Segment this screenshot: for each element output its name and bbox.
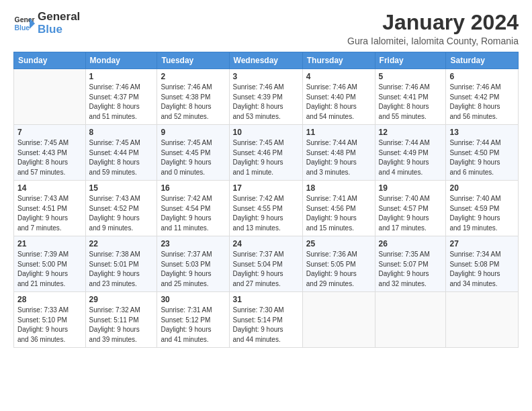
calendar-cell: 10Sunrise: 7:45 AM Sunset: 4:46 PM Dayli… <box>229 125 302 181</box>
day-number: 13 <box>449 128 515 137</box>
page: General Blue General Blue January 2024 G… <box>0 0 532 411</box>
day-number: 23 <box>161 239 225 248</box>
calendar-cell: 1Sunrise: 7:46 AM Sunset: 4:37 PM Daylig… <box>85 69 157 125</box>
calendar-cell: 16Sunrise: 7:42 AM Sunset: 4:54 PM Dayli… <box>157 181 229 236</box>
day-number: 8 <box>89 128 154 137</box>
calendar-cell: 9Sunrise: 7:45 AM Sunset: 4:45 PM Daylig… <box>157 125 229 181</box>
calendar-cell: 21Sunrise: 7:39 AM Sunset: 5:00 PM Dayli… <box>14 236 86 292</box>
calendar-cell: 23Sunrise: 7:37 AM Sunset: 5:03 PM Dayli… <box>157 236 229 292</box>
day-number: 28 <box>17 295 82 304</box>
day-info: Sunrise: 7:34 AM Sunset: 5:08 PM Dayligh… <box>449 250 515 289</box>
day-number: 14 <box>17 183 82 193</box>
calendar-week-1: 1Sunrise: 7:46 AM Sunset: 4:37 PM Daylig… <box>14 69 519 125</box>
day-info: Sunrise: 7:46 AM Sunset: 4:40 PM Dayligh… <box>306 83 371 122</box>
day-info: Sunrise: 7:38 AM Sunset: 5:01 PM Dayligh… <box>89 250 154 289</box>
day-info: Sunrise: 7:45 AM Sunset: 4:45 PM Dayligh… <box>161 138 225 177</box>
day-info: Sunrise: 7:46 AM Sunset: 4:38 PM Dayligh… <box>161 83 225 122</box>
calendar-cell: 6Sunrise: 7:46 AM Sunset: 4:42 PM Daylig… <box>446 69 519 125</box>
header: General Blue General Blue January 2024 G… <box>13 11 519 46</box>
day-info: Sunrise: 7:35 AM Sunset: 5:07 PM Dayligh… <box>379 250 443 289</box>
calendar-cell: 31Sunrise: 7:30 AM Sunset: 5:14 PM Dayli… <box>229 292 302 348</box>
day-number: 31 <box>233 295 299 304</box>
day-number: 22 <box>89 239 154 248</box>
day-number: 21 <box>17 239 82 248</box>
main-title: January 2024 <box>347 11 519 34</box>
day-info: Sunrise: 7:41 AM Sunset: 4:56 PM Dayligh… <box>306 194 371 233</box>
day-number: 24 <box>233 239 299 248</box>
calendar-cell: 30Sunrise: 7:31 AM Sunset: 5:12 PM Dayli… <box>157 292 229 348</box>
calendar-cell: 5Sunrise: 7:46 AM Sunset: 4:41 PM Daylig… <box>375 69 446 125</box>
calendar-table: SundayMondayTuesdayWednesdayThursdayFrid… <box>13 52 519 348</box>
calendar-week-5: 28Sunrise: 7:33 AM Sunset: 5:10 PM Dayli… <box>14 292 519 348</box>
calendar-cell: 28Sunrise: 7:33 AM Sunset: 5:10 PM Dayli… <box>14 292 86 348</box>
day-number: 7 <box>17 128 82 137</box>
subtitle: Gura Ialomitei, Ialomita County, Romania <box>347 36 519 46</box>
day-number: 19 <box>379 183 443 193</box>
day-info: Sunrise: 7:45 AM Sunset: 4:43 PM Dayligh… <box>17 138 82 177</box>
day-number: 17 <box>233 183 299 193</box>
logo: General Blue General Blue <box>13 11 80 36</box>
day-info: Sunrise: 7:33 AM Sunset: 5:10 PM Dayligh… <box>17 306 82 345</box>
calendar-cell: 18Sunrise: 7:41 AM Sunset: 4:56 PM Dayli… <box>302 181 375 236</box>
calendar-week-2: 7Sunrise: 7:45 AM Sunset: 4:43 PM Daylig… <box>14 125 519 181</box>
title-section: January 2024 Gura Ialomitei, Ialomita Co… <box>347 11 519 46</box>
calendar-week-4: 21Sunrise: 7:39 AM Sunset: 5:00 PM Dayli… <box>14 236 519 292</box>
calendar-cell: 4Sunrise: 7:46 AM Sunset: 4:40 PM Daylig… <box>302 69 375 125</box>
calendar-cell: 15Sunrise: 7:43 AM Sunset: 4:52 PM Dayli… <box>85 181 157 236</box>
day-number: 6 <box>449 72 515 81</box>
day-number: 9 <box>161 128 225 137</box>
calendar-header-wednesday: Wednesday <box>229 52 302 69</box>
day-number: 20 <box>449 183 515 193</box>
day-info: Sunrise: 7:44 AM Sunset: 4:50 PM Dayligh… <box>449 138 515 177</box>
calendar-header-friday: Friday <box>375 52 446 69</box>
day-info: Sunrise: 7:46 AM Sunset: 4:41 PM Dayligh… <box>379 83 443 122</box>
day-info: Sunrise: 7:42 AM Sunset: 4:54 PM Dayligh… <box>161 194 225 233</box>
day-info: Sunrise: 7:42 AM Sunset: 4:55 PM Dayligh… <box>233 194 299 233</box>
day-info: Sunrise: 7:37 AM Sunset: 5:04 PM Dayligh… <box>233 250 299 289</box>
day-info: Sunrise: 7:43 AM Sunset: 4:52 PM Dayligh… <box>89 194 154 233</box>
day-number: 18 <box>306 183 371 193</box>
logo-blue: Blue <box>38 24 80 36</box>
calendar-cell <box>14 69 86 125</box>
day-number: 29 <box>89 295 154 304</box>
calendar-cell: 11Sunrise: 7:44 AM Sunset: 4:48 PM Dayli… <box>302 125 375 181</box>
day-info: Sunrise: 7:39 AM Sunset: 5:00 PM Dayligh… <box>17 250 82 289</box>
day-info: Sunrise: 7:37 AM Sunset: 5:03 PM Dayligh… <box>161 250 225 289</box>
calendar-cell: 8Sunrise: 7:45 AM Sunset: 4:44 PM Daylig… <box>85 125 157 181</box>
calendar-cell: 26Sunrise: 7:35 AM Sunset: 5:07 PM Dayli… <box>375 236 446 292</box>
calendar-cell: 20Sunrise: 7:40 AM Sunset: 4:59 PM Dayli… <box>446 181 519 236</box>
calendar-cell: 7Sunrise: 7:45 AM Sunset: 4:43 PM Daylig… <box>14 125 86 181</box>
day-number: 16 <box>161 183 225 193</box>
day-number: 4 <box>306 72 371 81</box>
day-number: 26 <box>379 239 443 248</box>
day-info: Sunrise: 7:46 AM Sunset: 4:42 PM Dayligh… <box>449 83 515 122</box>
calendar-cell <box>375 292 446 348</box>
calendar-header-saturday: Saturday <box>446 52 519 69</box>
day-info: Sunrise: 7:44 AM Sunset: 4:49 PM Dayligh… <box>379 138 443 177</box>
calendar-header-monday: Monday <box>85 52 157 69</box>
calendar-cell <box>446 292 519 348</box>
calendar-cell: 2Sunrise: 7:46 AM Sunset: 4:38 PM Daylig… <box>157 69 229 125</box>
day-number: 10 <box>233 128 299 137</box>
calendar-cell: 27Sunrise: 7:34 AM Sunset: 5:08 PM Dayli… <box>446 236 519 292</box>
day-info: Sunrise: 7:46 AM Sunset: 4:37 PM Dayligh… <box>89 83 154 122</box>
day-info: Sunrise: 7:45 AM Sunset: 4:44 PM Dayligh… <box>89 138 154 177</box>
day-number: 27 <box>449 239 515 248</box>
calendar-cell: 19Sunrise: 7:40 AM Sunset: 4:57 PM Dayli… <box>375 181 446 236</box>
day-info: Sunrise: 7:31 AM Sunset: 5:12 PM Dayligh… <box>161 306 225 345</box>
logo-general: General <box>38 11 80 24</box>
day-info: Sunrise: 7:32 AM Sunset: 5:11 PM Dayligh… <box>89 306 154 345</box>
calendar-cell: 12Sunrise: 7:44 AM Sunset: 4:49 PM Dayli… <box>375 125 446 181</box>
day-number: 15 <box>89 183 154 193</box>
calendar-header-thursday: Thursday <box>302 52 375 69</box>
day-number: 25 <box>306 239 371 248</box>
day-number: 5 <box>379 72 443 81</box>
day-info: Sunrise: 7:44 AM Sunset: 4:48 PM Dayligh… <box>306 138 371 177</box>
day-info: Sunrise: 7:40 AM Sunset: 4:57 PM Dayligh… <box>379 194 443 233</box>
day-info: Sunrise: 7:36 AM Sunset: 5:05 PM Dayligh… <box>306 250 371 289</box>
calendar-cell: 25Sunrise: 7:36 AM Sunset: 5:05 PM Dayli… <box>302 236 375 292</box>
calendar-cell: 13Sunrise: 7:44 AM Sunset: 4:50 PM Dayli… <box>446 125 519 181</box>
day-number: 2 <box>161 72 225 81</box>
day-number: 3 <box>233 72 299 81</box>
calendar-header-sunday: Sunday <box>14 52 86 69</box>
